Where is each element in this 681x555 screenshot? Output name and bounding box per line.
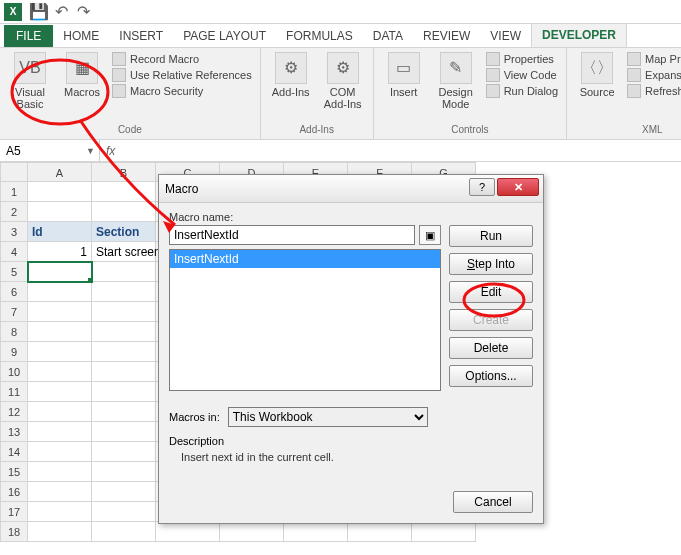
cell[interactable] (28, 302, 92, 322)
column-header[interactable]: A (28, 162, 92, 182)
cell[interactable]: Section (92, 222, 156, 242)
help-button[interactable]: ? (469, 178, 495, 196)
close-button[interactable]: ✕ (497, 178, 539, 196)
cell[interactable] (92, 402, 156, 422)
row-header[interactable]: 3 (0, 222, 28, 242)
row-header[interactable]: 6 (0, 282, 28, 302)
fx-icon[interactable]: fx (106, 144, 115, 158)
row-header[interactable]: 17 (0, 502, 28, 522)
macro-list-item[interactable]: InsertNextId (170, 250, 440, 268)
row-header[interactable]: 7 (0, 302, 28, 322)
cell[interactable] (92, 442, 156, 462)
cell[interactable] (220, 522, 284, 542)
properties-button[interactable]: Properties (486, 52, 558, 66)
cell[interactable] (28, 402, 92, 422)
row-header[interactable]: 9 (0, 342, 28, 362)
row-header[interactable]: 12 (0, 402, 28, 422)
tab-insert[interactable]: INSERT (109, 25, 173, 47)
cell[interactable] (28, 502, 92, 522)
cell[interactable] (92, 362, 156, 382)
row-header[interactable]: 10 (0, 362, 28, 382)
cell[interactable] (28, 282, 92, 302)
run-button[interactable]: Run (449, 225, 533, 247)
use-relative-button[interactable]: Use Relative References (112, 68, 252, 82)
name-box[interactable]: A5 ▼ (0, 140, 100, 161)
redo-icon[interactable]: ↷ (74, 3, 92, 21)
tab-data[interactable]: DATA (363, 25, 413, 47)
cell[interactable] (92, 382, 156, 402)
cell[interactable] (92, 182, 156, 202)
cell[interactable] (28, 462, 92, 482)
cell[interactable] (92, 482, 156, 502)
cancel-button[interactable]: Cancel (453, 491, 533, 513)
cell[interactable] (28, 322, 92, 342)
tab-file[interactable]: FILE (4, 25, 53, 47)
cell[interactable] (28, 522, 92, 542)
design-mode-button[interactable]: ✎ Design Mode (434, 52, 478, 110)
cell[interactable] (28, 202, 92, 222)
tab-page-layout[interactable]: PAGE LAYOUT (173, 25, 276, 47)
chevron-down-icon[interactable]: ▼ (86, 146, 95, 156)
visual-basic-button[interactable]: VB Visual Basic (8, 52, 52, 110)
record-macro-button[interactable]: Record Macro (112, 52, 252, 66)
cell[interactable] (92, 522, 156, 542)
cell[interactable] (28, 182, 92, 202)
cell[interactable]: 1 (28, 242, 92, 262)
cell[interactable] (348, 522, 412, 542)
row-header[interactable]: 16 (0, 482, 28, 502)
reference-button[interactable]: ▣ (419, 225, 441, 245)
cell[interactable] (412, 522, 476, 542)
cell[interactable] (92, 262, 156, 282)
cell[interactable] (28, 362, 92, 382)
step-into-button[interactable]: SStep Intotep Into (449, 253, 533, 275)
cell[interactable]: Start screen (92, 242, 156, 262)
run-dialog-button[interactable]: Run Dialog (486, 84, 558, 98)
row-header[interactable]: 14 (0, 442, 28, 462)
cell[interactable] (92, 502, 156, 522)
row-header[interactable]: 18 (0, 522, 28, 542)
row-header[interactable]: 4 (0, 242, 28, 262)
row-header[interactable]: 13 (0, 422, 28, 442)
cell[interactable] (92, 202, 156, 222)
cell[interactable] (92, 462, 156, 482)
cell[interactable] (28, 342, 92, 362)
select-all-corner[interactable] (0, 162, 28, 182)
macro-security-button[interactable]: Macro Security (112, 84, 252, 98)
row-header[interactable]: 2 (0, 202, 28, 222)
tab-review[interactable]: REVIEW (413, 25, 480, 47)
cell[interactable] (92, 422, 156, 442)
view-code-button[interactable]: View Code (486, 68, 558, 82)
tab-view[interactable]: VIEW (480, 25, 531, 47)
source-button[interactable]: 〈〉 Source (575, 52, 619, 98)
cell[interactable]: Id (28, 222, 92, 242)
column-header[interactable]: B (92, 162, 156, 182)
row-header[interactable]: 8 (0, 322, 28, 342)
cell[interactable] (28, 482, 92, 502)
options-button[interactable]: Options... (449, 365, 533, 387)
macros-in-select[interactable]: This Workbook (228, 407, 428, 427)
macro-list[interactable]: InsertNextId (169, 249, 441, 391)
delete-button[interactable]: Delete (449, 337, 533, 359)
tab-developer[interactable]: DEVELOPER (531, 23, 627, 47)
cell[interactable] (28, 442, 92, 462)
undo-icon[interactable]: ↶ (52, 3, 70, 21)
cell[interactable] (28, 262, 92, 282)
cell[interactable] (28, 422, 92, 442)
cell[interactable] (284, 522, 348, 542)
macros-button[interactable]: ▦ Macros (60, 52, 104, 98)
row-header[interactable]: 15 (0, 462, 28, 482)
cell[interactable] (92, 302, 156, 322)
save-icon[interactable]: 💾 (30, 3, 48, 21)
insert-control-button[interactable]: ▭ Insert (382, 52, 426, 98)
cell[interactable] (92, 322, 156, 342)
edit-button[interactable]: Edit (449, 281, 533, 303)
cell[interactable] (28, 382, 92, 402)
expansion-packs-button[interactable]: Expansion Packs (627, 68, 681, 82)
tab-home[interactable]: HOME (53, 25, 109, 47)
tab-formulas[interactable]: FORMULAS (276, 25, 363, 47)
map-properties-button[interactable]: Map Properties (627, 52, 681, 66)
cell[interactable] (92, 282, 156, 302)
refresh-data-button[interactable]: Refresh Data (627, 84, 681, 98)
row-header[interactable]: 5 (0, 262, 28, 282)
cell[interactable] (92, 342, 156, 362)
